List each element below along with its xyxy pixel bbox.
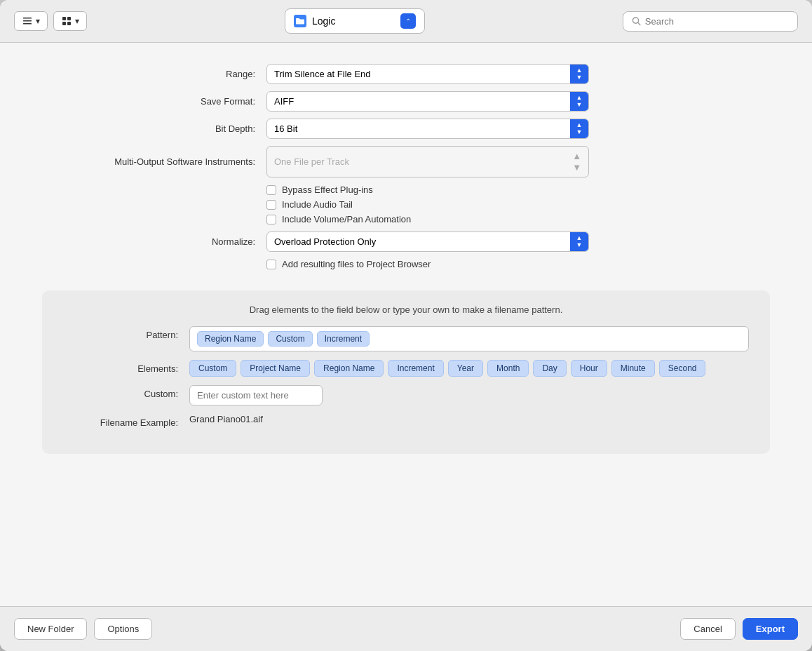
toolbar-right (623, 11, 798, 32)
element-chip-minute[interactable]: Minute (611, 360, 655, 377)
cancel-button[interactable]: Cancel (680, 618, 735, 640)
custom-form-row: Custom: (63, 385, 749, 405)
range-stepper[interactable]: ▲ ▼ (570, 65, 588, 83)
svg-rect-0 (23, 18, 32, 19)
pattern-chip-region-name[interactable]: Region Name (197, 331, 264, 347)
range-control: Trim Silence at File End Start to End of… (266, 64, 589, 84)
toolbar-center: Logic ⌃ (95, 8, 614, 34)
range-select-wrapper: Trim Silence at File End Start to End of… (266, 64, 589, 84)
include-tail-row: Include Audio Tail (266, 199, 770, 210)
save-format-stepper[interactable]: ▲ ▼ (570, 92, 588, 111)
bit-depth-select-wrapper: 16 Bit 24 Bit 32 Bit Float ▲ ▼ (266, 119, 589, 139)
grid-view-icon (61, 15, 72, 27)
pattern-content: Region Name Custom Increment (189, 326, 749, 351)
footer-left: New Folder Options (14, 618, 152, 640)
elements-form-row: Elements: Custom Project Name Region Nam… (63, 360, 749, 377)
filename-example-label: Filename Example: (63, 414, 189, 428)
search-box[interactable] (623, 11, 798, 32)
filename-example-row: Filename Example: Grand Piano01.aif (63, 414, 749, 428)
grid-view-button[interactable]: ▾ (53, 11, 87, 31)
element-chip-increment[interactable]: Increment (388, 360, 443, 377)
elements-content: Custom Project Name Region Name Incremen… (189, 360, 749, 377)
element-chip-day[interactable]: Day (533, 360, 566, 377)
elements-row: Custom Project Name Region Name Incremen… (189, 360, 749, 377)
add-to-browser-group: Add resulting files to Project Browser (266, 259, 770, 269)
svg-line-8 (638, 22, 640, 25)
grid-view-chevron: ▾ (75, 16, 79, 26)
element-chip-custom[interactable]: Custom (189, 360, 236, 377)
normalize-select[interactable]: Overload Protection Only On Off (267, 232, 570, 251)
normalize-stepper[interactable]: ▲ ▼ (570, 232, 588, 251)
range-row: Range: Trim Silence at File End Start to… (42, 64, 770, 84)
export-dialog: ▾ ▾ Logic ⌃ (0, 0, 812, 651)
bit-depth-row: Bit Depth: 16 Bit 24 Bit 32 Bit Float ▲ … (42, 119, 770, 139)
element-chip-region-name[interactable]: Region Name (314, 360, 384, 377)
pattern-chip-custom[interactable]: Custom (268, 331, 312, 347)
element-chip-hour[interactable]: Hour (571, 360, 607, 377)
footer: New Folder Options Cancel Export (0, 606, 812, 651)
multi-output-label: Multi-Output Software Instruments: (42, 156, 266, 167)
footer-right: Cancel Export (680, 618, 798, 640)
svg-rect-5 (62, 22, 66, 25)
main-content: Range: Trim Silence at File End Start to… (0, 43, 812, 606)
svg-rect-2 (23, 23, 32, 25)
multi-output-value: One File per Track (274, 156, 349, 167)
multi-output-stepper-disabled: ▲ ▼ (572, 151, 581, 173)
bypass-effects-checkbox[interactable] (266, 185, 276, 195)
pattern-chip-increment[interactable]: Increment (317, 331, 370, 347)
form-section: Range: Trim Silence at File End Start to… (42, 64, 770, 276)
normalize-select-wrapper: Overload Protection Only On Off ▲ ▼ (266, 231, 589, 252)
filename-example-value: Grand Piano01.aif (189, 414, 263, 424)
options-button[interactable]: Options (94, 618, 152, 640)
svg-rect-6 (67, 22, 71, 25)
svg-rect-1 (23, 20, 32, 22)
toolbar: ▾ ▾ Logic ⌃ (0, 0, 812, 43)
save-format-select-wrapper: AIFF WAV CAF MP3 AAC ▲ ▼ (266, 91, 589, 112)
location-chevron[interactable]: ⌃ (400, 13, 416, 29)
save-format-control: AIFF WAV CAF MP3 AAC ▲ ▼ (266, 91, 589, 112)
export-button[interactable]: Export (743, 618, 798, 640)
add-to-browser-checkbox[interactable] (266, 260, 276, 269)
filename-example-content: Grand Piano01.aif (189, 414, 749, 424)
save-format-select[interactable]: AIFF WAV CAF MP3 AAC (267, 92, 570, 111)
checkbox-group: Bypass Effect Plug-ins Include Audio Tai… (266, 184, 770, 224)
pattern-form-row: Pattern: Region Name Custom Increment (63, 326, 749, 351)
element-chip-second[interactable]: Second (659, 360, 706, 377)
pattern-hint: Drag elements to the field below or type… (63, 304, 749, 315)
multi-output-control: One File per Track ▲ ▼ (266, 146, 589, 177)
bypass-effects-label: Bypass Effect Plug-ins (282, 184, 373, 195)
custom-content (189, 385, 749, 405)
multi-output-disabled-select: One File per Track ▲ ▼ (266, 146, 589, 177)
custom-label: Custom: (63, 385, 189, 399)
element-chip-year[interactable]: Year (448, 360, 483, 377)
bit-depth-select[interactable]: 16 Bit 24 Bit 32 Bit Float (267, 119, 570, 138)
custom-text-input[interactable] (189, 385, 323, 405)
range-select[interactable]: Trim Silence at File End Start to End of… (267, 65, 570, 83)
bit-depth-stepper[interactable]: ▲ ▼ (570, 119, 588, 138)
new-folder-button[interactable]: New Folder (14, 618, 87, 640)
include-tail-label: Include Audio Tail (282, 199, 353, 210)
element-chip-project-name[interactable]: Project Name (241, 360, 310, 377)
include-tail-checkbox[interactable] (266, 200, 276, 210)
search-input[interactable] (645, 16, 789, 27)
elements-label: Elements: (63, 360, 189, 374)
list-view-button[interactable]: ▾ (14, 11, 48, 31)
element-chip-month[interactable]: Month (487, 360, 529, 377)
list-view-chevron: ▾ (36, 16, 40, 26)
bit-depth-control: 16 Bit 24 Bit 32 Bit Float ▲ ▼ (266, 119, 589, 139)
bypass-effects-row: Bypass Effect Plug-ins (266, 184, 770, 195)
location-name: Logic (312, 15, 395, 27)
include-volume-checkbox[interactable] (266, 215, 276, 224)
search-icon (632, 16, 641, 26)
save-format-label: Save Format: (42, 96, 266, 107)
add-to-browser-row: Add resulting files to Project Browser (266, 259, 770, 269)
normalize-row: Normalize: Overload Protection Only On O… (42, 231, 770, 252)
bit-depth-label: Bit Depth: (42, 123, 266, 134)
pattern-field[interactable]: Region Name Custom Increment (189, 326, 749, 351)
add-to-browser-label: Add resulting files to Project Browser (282, 259, 431, 269)
save-format-row: Save Format: AIFF WAV CAF MP3 AAC ▲ ▼ (42, 91, 770, 112)
folder-icon (294, 15, 306, 27)
location-dropdown[interactable]: Logic ⌃ (285, 8, 425, 34)
toolbar-left: ▾ ▾ (14, 11, 87, 31)
normalize-label: Normalize: (42, 236, 266, 247)
